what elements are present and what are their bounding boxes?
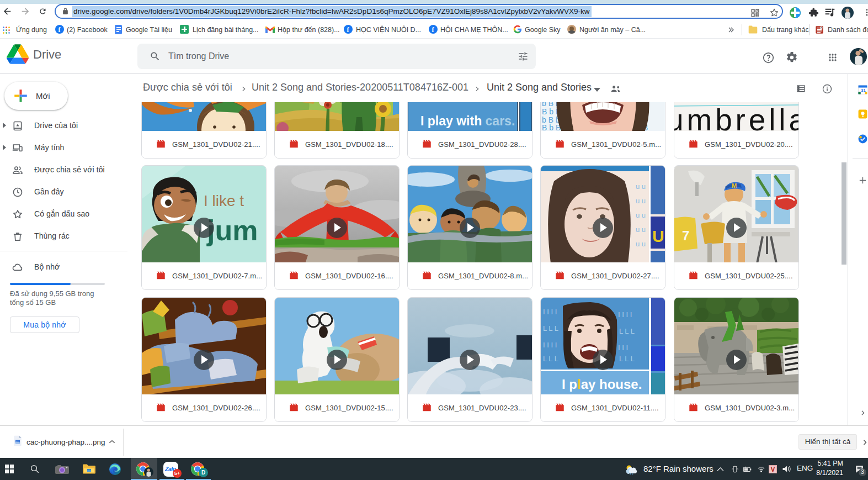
svg-text:L L L: L L L — [619, 327, 635, 335]
svg-text:I I I I: I I I I — [543, 308, 557, 316]
svg-text:L L L: L L L — [543, 324, 558, 333]
svg-text:31: 31 — [861, 88, 865, 93]
svg-text:u u: u u — [636, 197, 646, 205]
svg-text:M: M — [732, 182, 737, 189]
svg-text:u u: u u — [636, 225, 646, 234]
svg-text:L L L: L L L — [543, 355, 558, 363]
svg-text:I I I I: I I I I — [543, 341, 557, 349]
svg-text:7: 7 — [682, 228, 689, 243]
svg-text:u u: u u — [636, 240, 646, 248]
svg-text:L L L: L L L — [619, 355, 635, 363]
svg-text:jum: jum — [206, 214, 258, 246]
svg-text:I I I: I I I — [618, 344, 628, 352]
svg-text:I I I I: I I I I — [618, 310, 632, 319]
svg-text:I play house.: I play house. — [562, 377, 642, 392]
svg-text:I like t: I like t — [204, 192, 244, 209]
svg-text:U: U — [652, 227, 664, 245]
svg-text:umbrella: umbrella — [674, 103, 798, 132]
svg-text:u u: u u — [636, 211, 646, 219]
svg-text:u u: u u — [636, 182, 646, 191]
svg-text:I play with cars.: I play with cars. — [420, 114, 515, 128]
